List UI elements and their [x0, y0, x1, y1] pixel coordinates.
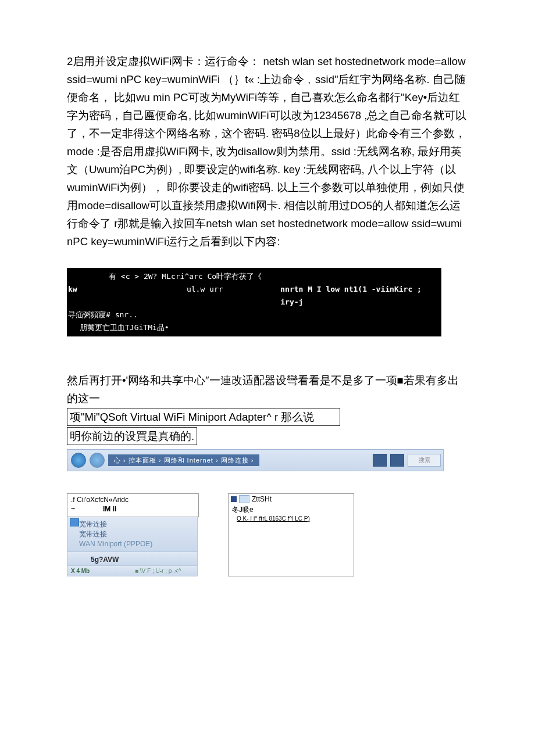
- adapter-5g-row[interactable]: 5g?AVW: [67, 552, 198, 566]
- status-right: ■ \V F ; U-r ; p .<^: [135, 568, 181, 574]
- adapter-left-column: .f Cii'oXcfcN«Aridc ~ IM ii 宽带连接 宽带连接 WA…: [67, 493, 199, 576]
- status-left: X 4 Mb: [71, 568, 135, 574]
- boxed-text-2: 明你前边的设買是真确的.: [67, 427, 197, 445]
- terminal-line-1: 有 <c > 2W? MLcri^arc Co叶字冇茯了《: [68, 270, 440, 283]
- adapter1-row2: ~ IM ii: [67, 504, 198, 517]
- adapter1-tilde: ~: [71, 505, 103, 513]
- terminal-col-c: nnrtn M I low nt1(1 -viinKirc ; iry-j: [280, 283, 440, 309]
- broadband-line3: WAN Miniport (PPPOE): [79, 539, 194, 549]
- paragraph-2: 然后再打开•'网络和共享中心″一連改适配器设彎看看是不是多了一项■若果有多出的这…: [67, 371, 468, 407]
- forward-button[interactable]: [90, 453, 105, 468]
- terminal-output: 有 <c > 2W? MLcri^arc Co叶字冇茯了《 kw ul.w ur…: [67, 268, 441, 336]
- boxed-row-2: 明你前边的设買是真确的.: [67, 427, 468, 446]
- terminal-line-2: kw ul.w urr nnrtn M I low nt1(1 -viinKir…: [68, 283, 440, 309]
- back-button[interactable]: [71, 453, 86, 468]
- terminal-line-4: 朋荑更亡卫血TJGiTMi品•: [68, 321, 440, 334]
- adapter1-title: .f Cii'oXcfcN«Aridc: [67, 494, 198, 504]
- adapter-broadband[interactable]: 宽带连接 宽带连接 WAN Miniport (PPPOE): [67, 517, 198, 552]
- adapter2-title: ZttSHt: [252, 495, 272, 503]
- boxed-text-1: 项"Mi"QSoft Virtual WiFi Miniport Adapter…: [67, 408, 340, 426]
- monitor-icon: [70, 518, 79, 526]
- document-page: 2启用并设定虚拟WiFi网卡：运行命令： netsh wlan set host…: [0, 0, 535, 635]
- adapter2-row3: O K- I i^ ftrL 8163C f^l LC P): [229, 515, 354, 523]
- adapter-icon: [239, 495, 249, 503]
- search-box[interactable]: 搜索: [408, 454, 441, 467]
- adapter1-imii: IM ii: [103, 505, 116, 513]
- refresh-button[interactable]: [390, 454, 404, 467]
- broadband-line2: 宽带连接: [79, 529, 194, 539]
- terminal-line-3: 寻疝粥頻寢# snr..: [68, 309, 440, 321]
- broadband-line1: 宽带连接: [79, 519, 194, 529]
- adapter-5g-label: 5g?AVW: [91, 556, 119, 564]
- terminal-col-a: kw: [68, 283, 187, 309]
- adapter-box-1[interactable]: .f Cii'oXcfcN«Aridc ~ IM ii: [67, 493, 199, 517]
- main-paragraph: 2启用并设定虚拟WiFi网卡：运行命令： netsh wlan set host…: [67, 52, 468, 250]
- adapter2-row2: 冬J吸e: [229, 504, 354, 515]
- dropdown-button[interactable]: [373, 454, 387, 467]
- square-icon: [231, 496, 237, 502]
- explorer-address-bar: 心 › 控本面板 › 网络和 Internet › 网络连接 › 搜索: [67, 449, 444, 471]
- boxed-row-1: 项"Mi"QSoft Virtual WiFi Miniport Adapter…: [67, 407, 468, 427]
- adapter-box-2[interactable]: ZttSHt 冬J吸e O K- I i^ ftrL 8163C f^l LC …: [228, 493, 354, 576]
- network-adapters-area: .f Cii'oXcfcN«Aridc ~ IM ii 宽带连接 宽带连接 WA…: [67, 493, 439, 576]
- breadcrumb[interactable]: 心 › 控本面板 › 网络和 Internet › 网络连接 ›: [108, 454, 259, 466]
- adapter-status-row: X 4 Mb ■ \V F ; U-r ; p .<^: [67, 566, 198, 576]
- terminal-col-b: ul.w urr: [187, 283, 280, 309]
- adapter2-row1: ZttSHt: [229, 494, 354, 504]
